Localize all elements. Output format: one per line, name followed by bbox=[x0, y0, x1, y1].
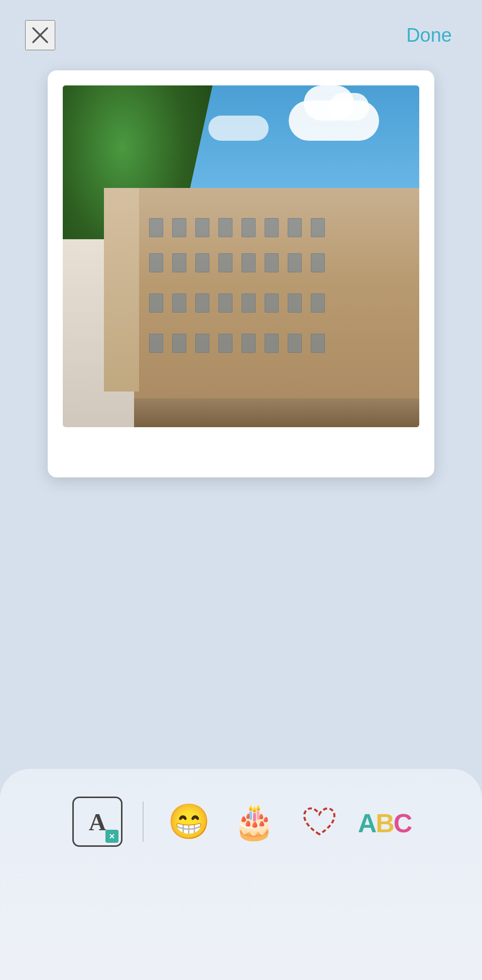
done-button[interactable]: Done bbox=[401, 22, 457, 49]
cloud-2 bbox=[208, 116, 269, 141]
sticker-abc-button[interactable]: ABC bbox=[359, 797, 410, 847]
sticker-smiley-button[interactable]: 😁 bbox=[164, 797, 214, 847]
main-building bbox=[134, 188, 419, 427]
ground-floor bbox=[134, 399, 419, 427]
sticker-text-button[interactable]: A bbox=[72, 797, 123, 847]
polaroid-card bbox=[48, 70, 434, 477]
app-header: Done bbox=[0, 0, 482, 60]
photo-area bbox=[0, 60, 482, 482]
cloud-1 bbox=[289, 101, 379, 141]
sticker-cake-button[interactable]: 🎂 bbox=[229, 797, 279, 847]
photo-image bbox=[63, 85, 419, 427]
sticker-heart-button[interactable] bbox=[294, 797, 344, 847]
sticker-divider bbox=[143, 802, 144, 842]
close-button[interactable] bbox=[25, 20, 55, 50]
